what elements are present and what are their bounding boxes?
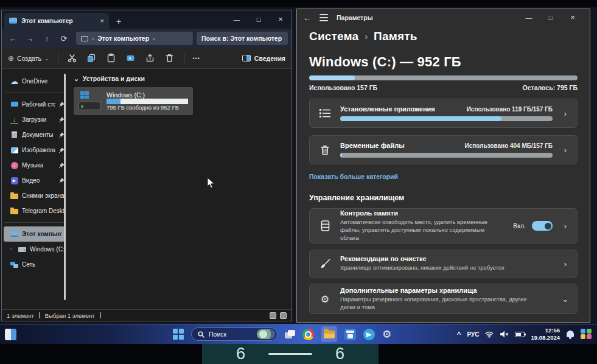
taskbar-search[interactable]: Поиск	[191, 327, 278, 341]
storage-sense-icon	[321, 220, 330, 231]
widgets-button[interactable]	[5, 329, 16, 340]
sidebar-item-network[interactable]: Сеть	[2, 257, 66, 272]
notification-bell-icon[interactable]	[566, 330, 574, 339]
toolbar-divider	[58, 53, 58, 64]
more-options-button[interactable]: •••	[193, 55, 200, 61]
trash-icon	[165, 54, 174, 63]
back-button[interactable]: ←	[5, 34, 20, 43]
taskbar-clock[interactable]: 12:56 19.08.2024	[531, 327, 560, 341]
details-label: Сведения	[254, 55, 285, 62]
volume-muted-icon[interactable]	[500, 331, 509, 338]
category-temporary-files[interactable]: Временные файлы Использовано 404 МБ/157 …	[309, 135, 578, 164]
cleanup-recommendations-card[interactable]: Рекомендации по очистке Хранилище оптими…	[309, 250, 578, 278]
breadcrumb-system[interactable]: Система	[309, 30, 358, 43]
category-title: Временные файлы	[340, 142, 405, 149]
show-more-categories-link[interactable]: Показать больше категорий	[309, 173, 578, 180]
sidebar-item-screenshots[interactable]: Снимки экрана	[2, 188, 66, 203]
details-pane-button[interactable]: Сведения	[242, 55, 285, 62]
new-tab-button[interactable]: +	[116, 16, 121, 26]
sidebar-item-onedrive[interactable]: ☁ OneDrive	[2, 74, 66, 89]
language-indicator[interactable]: РУС	[467, 331, 479, 338]
sidebar-item-windows-c[interactable]: › Windows (C:)	[2, 242, 66, 257]
sidebar-item-documents[interactable]: Документы	[2, 127, 66, 142]
breadcrumb[interactable]: Этот компьютер	[97, 35, 149, 42]
paste-button[interactable]	[106, 53, 117, 64]
group-header-devices[interactable]: ⌄ Устройства и диски	[74, 75, 287, 82]
maximize-button[interactable]: □	[248, 11, 270, 28]
sidebar-item-downloads[interactable]: ↓ Загрузки	[2, 112, 66, 127]
close-button[interactable]: ×	[270, 11, 292, 28]
telegram-icon[interactable]	[363, 329, 375, 340]
card-subtitle: Параметры резервного копирования, дисков…	[340, 296, 541, 312]
chevron-right-icon[interactable]: ›	[10, 247, 15, 252]
chrome-icon[interactable]	[302, 329, 314, 340]
microsoft-store-icon[interactable]	[344, 329, 356, 340]
weather-widget-icon[interactable]	[581, 329, 592, 340]
settings-taskbar-button[interactable]: ⚙	[382, 329, 391, 340]
sidebar-item-telegram-desktop[interactable]: Telegram Deskto	[2, 203, 66, 219]
advanced-storage-card[interactable]: ⚙ Дополнительные параметры хранилища Пар…	[309, 284, 578, 314]
settings-title-bar: ← Параметры — □ ×	[297, 9, 590, 26]
music-icon: ♪	[11, 162, 18, 169]
time: 12:56	[531, 327, 560, 334]
chevron-down-icon: ⌄	[74, 75, 79, 82]
sidebar-item-desktop[interactable]: Рабочий сто.	[2, 97, 66, 112]
cut-button[interactable]	[67, 53, 78, 64]
free-space-label: Осталось: 795 ГБ	[523, 84, 578, 91]
category-usage-fill	[340, 116, 501, 121]
sidebar-scrollbar[interactable]	[64, 74, 66, 300]
trash-icon	[320, 145, 330, 155]
explorer-tab-bar: Этот компьютер × + — □ ×	[2, 10, 292, 29]
sidebar-item-videos[interactable]: ▶ Видео	[2, 173, 66, 188]
address-bar[interactable]: › Этот компьютер ›	[76, 32, 193, 45]
screen: Этот компьютер × + — □ × ← → ↑ ⟳ › Этот …	[0, 0, 597, 364]
file-explorer-taskbar-button[interactable]	[321, 326, 337, 342]
hidden-icons-button[interactable]: ^	[457, 331, 461, 338]
broom-icon	[320, 259, 330, 269]
up-button[interactable]: ↑	[40, 34, 54, 43]
tab-close-icon[interactable]: ×	[100, 17, 104, 24]
category-installed-apps[interactable]: Установленные приложения Использовано 11…	[309, 99, 578, 128]
copy-button[interactable]	[86, 53, 97, 64]
tab-title: Этот компьютер	[21, 17, 96, 24]
svg-text:A: A	[128, 56, 131, 60]
wifi-icon[interactable]	[485, 331, 494, 338]
forward-button[interactable]: →	[23, 34, 37, 43]
hard-drive-icon	[79, 102, 100, 110]
chevron-right-icon: ›	[153, 35, 155, 42]
storage-sense-toggle[interactable]	[532, 221, 553, 231]
item-count: 1 элемент	[7, 312, 34, 319]
start-button[interactable]	[173, 329, 184, 340]
sidebar-item-pictures[interactable]: Изображени	[2, 142, 66, 158]
bottom-strip: 6 6	[0, 344, 597, 364]
details-view-button[interactable]	[270, 312, 276, 319]
battery-icon[interactable]	[515, 332, 525, 337]
download-icon: ↓	[10, 116, 18, 124]
chevron-down-icon: ⌄	[561, 295, 570, 304]
hard-drive-icon	[18, 247, 26, 252]
refresh-button[interactable]: ⟳	[57, 34, 71, 43]
maximize-button[interactable]: □	[540, 9, 562, 26]
sidebar-item-music[interactable]: ♪ Музыка	[2, 158, 66, 173]
menu-icon[interactable]	[319, 14, 328, 21]
share-button[interactable]	[145, 53, 156, 64]
large-icons-view-button[interactable]	[280, 312, 287, 319]
delete-button[interactable]	[164, 53, 175, 64]
drive-item-windows-c[interactable]: Windows (C:) 795 ГБ свободно из 952 ГБ	[74, 87, 193, 115]
close-button[interactable]: ×	[562, 9, 584, 26]
new-item-button[interactable]: ⊕ Создать ⌄	[8, 54, 49, 63]
storage-sense-card[interactable]: Контроль памяти Автоматически освободить…	[309, 208, 578, 243]
folder-icon	[324, 331, 335, 338]
back-button[interactable]: ←	[303, 13, 311, 23]
this-pc-icon	[9, 18, 17, 24]
category-usage-fill	[340, 153, 342, 158]
explorer-tab[interactable]: Этот компьютер ×	[4, 13, 109, 29]
task-view-button[interactable]	[285, 330, 295, 338]
new-item-label: Создать	[17, 55, 41, 62]
pictures-icon	[11, 147, 18, 153]
rename-button[interactable]: A	[125, 53, 136, 64]
minimize-button[interactable]: —	[518, 9, 540, 26]
search-input[interactable]: Поиск в: Этот компьютер	[197, 32, 288, 45]
sidebar-item-this-pc[interactable]: Этот компьютер	[4, 226, 65, 242]
minimize-button[interactable]: —	[226, 11, 248, 28]
